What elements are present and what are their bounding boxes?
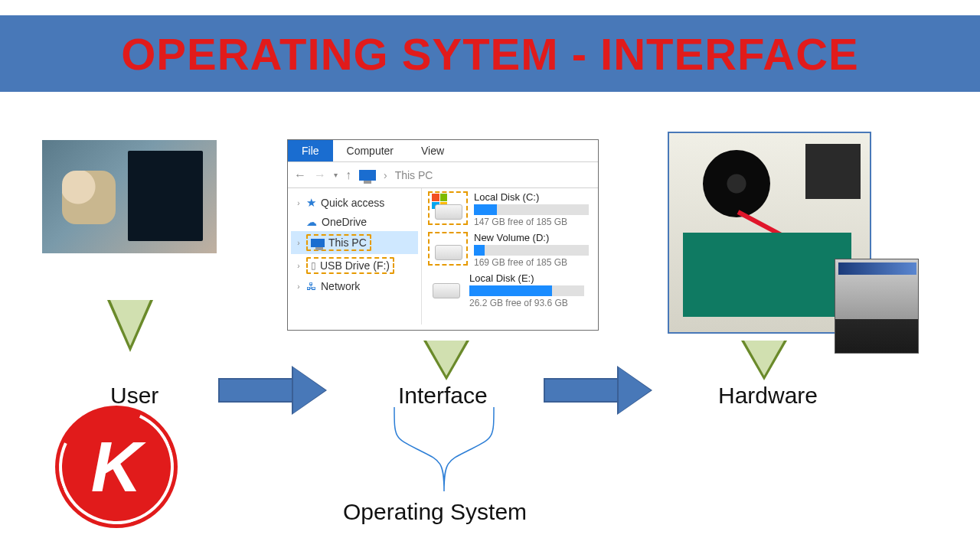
label-hardware: Hardware — [718, 383, 818, 409]
crumb-separator: › — [384, 169, 387, 181]
user-photo — [42, 140, 217, 253]
drive-list: Local Disk (C:) 147 GB free of 185 GB Ne… — [422, 188, 598, 324]
label-os: Operating System — [343, 499, 527, 525]
usage-bar — [469, 285, 584, 296]
usage-bar — [474, 204, 589, 215]
breadcrumb[interactable]: This PC — [395, 169, 433, 181]
label-interface: Interface — [398, 383, 488, 409]
pc-icon — [311, 239, 325, 247]
tree-network[interactable]: ›🖧 Network — [291, 277, 418, 295]
drive-name: New Volume (D:) — [474, 232, 589, 243]
tab-view[interactable]: View — [407, 140, 458, 161]
flow-arrow-icon — [544, 367, 651, 413]
star-icon: ★ — [306, 196, 316, 210]
tree-label: Quick access — [321, 197, 384, 209]
tree-label: This PC — [328, 236, 367, 249]
drive-item[interactable]: New Volume (D:) 169 GB free of 185 GB — [428, 232, 592, 268]
drive-item[interactable]: Local Disk (E:) 26.2 GB free of 93.6 GB — [428, 272, 592, 308]
hard-drive-photo — [835, 259, 919, 354]
triangle-pointer-icon — [423, 341, 469, 380]
tab-computer[interactable]: Computer — [333, 140, 407, 161]
brand-logo: K — [55, 406, 178, 528]
back-icon[interactable]: ← — [294, 168, 306, 182]
file-explorer: File Computer View ← → ▾ ↑ › This PC ›★ … — [287, 139, 599, 331]
drive-name: Local Disk (E:) — [469, 272, 584, 284]
tree-onedrive[interactable]: ☁ OneDrive — [291, 213, 418, 231]
cloud-icon: ☁ — [306, 216, 317, 228]
drive-free: 169 GB free of 185 GB — [474, 257, 589, 268]
drive-item[interactable]: Local Disk (C:) 147 GB free of 185 GB — [428, 191, 592, 227]
tree-label: OneDrive — [322, 216, 367, 228]
title-banner: OPERATING SYTEM - INTERFACE — [0, 15, 980, 92]
drive-free: 26.2 GB free of 93.6 GB — [469, 298, 584, 308]
tab-file[interactable]: File — [288, 140, 333, 161]
flow-arrow-icon — [218, 367, 325, 413]
tree-quick-access[interactable]: ›★ Quick access — [291, 193, 418, 213]
tree-usb[interactable]: › ▯ USB Drive (F:) — [291, 254, 418, 277]
usb-icon: ▯ — [311, 260, 316, 271]
drive-free: 147 GB free of 185 GB — [474, 217, 589, 227]
triangle-pointer-icon — [741, 341, 787, 380]
tree-this-pc[interactable]: › This PC — [291, 231, 418, 254]
up-icon[interactable]: ↑ — [345, 168, 351, 182]
tree-label: USB Drive (F:) — [320, 259, 390, 272]
pc-icon — [359, 170, 376, 181]
network-icon: 🖧 — [306, 281, 316, 292]
page-title: OPERATING SYTEM - INTERFACE — [121, 28, 859, 80]
label-user: User — [110, 383, 158, 409]
explorer-nav: ← → ▾ ↑ › This PC — [288, 162, 598, 188]
explorer-tabs: File Computer View — [288, 140, 598, 162]
drive-name: Local Disk (C:) — [474, 191, 589, 203]
tree-label: Network — [321, 280, 360, 292]
forward-icon[interactable]: → — [314, 168, 326, 182]
chevron-down-icon[interactable]: ▾ — [334, 171, 338, 179]
brace-icon — [387, 407, 501, 491]
nav-tree: ›★ Quick access ☁ OneDrive › This PC › ▯… — [288, 188, 422, 324]
usage-bar — [474, 245, 589, 256]
